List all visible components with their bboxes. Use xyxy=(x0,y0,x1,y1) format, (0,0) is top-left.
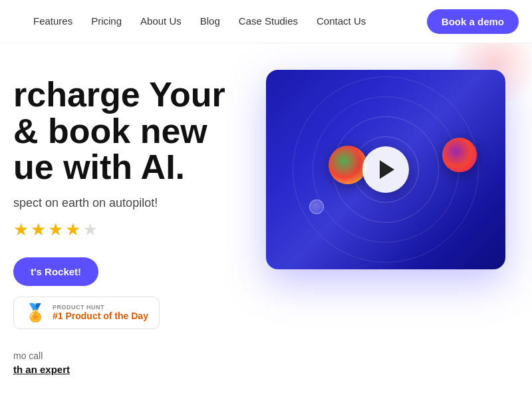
play-icon xyxy=(380,160,394,179)
demo-call-row: mo call th an expert xyxy=(13,350,253,376)
nav-item-contact[interactable]: Contact Us xyxy=(317,15,366,27)
orb-purple-red xyxy=(442,138,477,172)
nav-item-pricing[interactable]: Pricing xyxy=(91,15,122,27)
hero-title-line1: rcharge Your xyxy=(13,75,225,114)
book-demo-button[interactable]: Book a demo xyxy=(427,9,519,34)
star-4: ★ xyxy=(65,219,80,240)
navbar: Features Pricing About Us Blog Case Stud… xyxy=(0,0,532,43)
product-hunt-badge[interactable]: 🏅 PRODUCT HUNT #1 Product of the Day xyxy=(13,297,160,329)
star-rating: ★ ★ ★ ★ ★ xyxy=(13,219,253,240)
medal-icon: 🏅 xyxy=(25,303,46,323)
demo-call-link[interactable]: th an expert xyxy=(13,364,70,375)
play-button[interactable] xyxy=(362,146,409,193)
hero-title: rcharge Your & book new ue with AI. xyxy=(13,76,253,186)
video-container[interactable] xyxy=(266,70,505,269)
hero-title-line2: & book new xyxy=(13,112,207,150)
star-2: ★ xyxy=(31,219,46,240)
nav-item-case-studies[interactable]: Case Studies xyxy=(239,15,298,27)
orb-small-blue xyxy=(309,200,324,214)
hero-subtitle: spect on earth on autopilot! xyxy=(13,196,253,210)
ph-label: PRODUCT HUNT xyxy=(53,304,148,311)
nav-item-blog[interactable]: Blog xyxy=(200,15,220,27)
hero-left: rcharge Your & book new ue with AI. spec… xyxy=(13,70,266,376)
hero-cta-row: t's Rocket! 🏅 PRODUCT HUNT #1 Product of… xyxy=(13,257,253,329)
orb-green-red xyxy=(329,146,367,184)
ph-product-title: #1 Product of the Day xyxy=(53,311,148,321)
nav-item-features[interactable]: Features xyxy=(33,15,72,27)
star-1: ★ xyxy=(13,219,29,240)
nav-links: Features Pricing About Us Blog Case Stud… xyxy=(33,15,427,27)
star-empty: ★ xyxy=(82,219,98,240)
nav-item-about[interactable]: About Us xyxy=(140,15,182,27)
hero-section: rcharge Your & book new ue with AI. spec… xyxy=(0,43,532,399)
hero-title-line3: ue with AI. xyxy=(13,148,185,186)
ph-text: PRODUCT HUNT #1 Product of the Day xyxy=(53,304,148,321)
hero-video-area xyxy=(266,70,519,283)
demo-call-label: mo call xyxy=(13,350,253,361)
star-3: ★ xyxy=(48,219,63,240)
rocket-cta-button[interactable]: t's Rocket! xyxy=(13,257,98,286)
